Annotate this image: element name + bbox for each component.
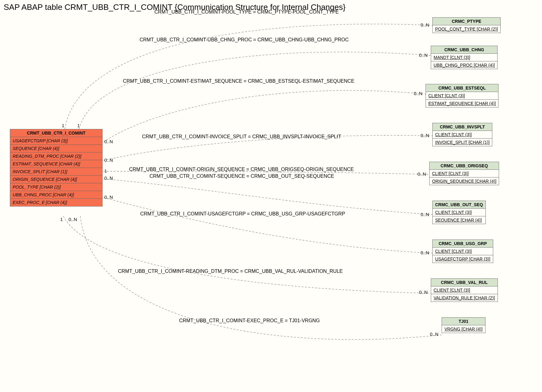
target-table: CRMC_UBB_ESTSEQL CLIENT [CLNT (3)] ESTIM… — [426, 84, 498, 107]
target-field: SEQUENCE [CHAR (4)] — [433, 216, 485, 224]
card-left: 1 — [104, 168, 107, 173]
relation-label: CRMT_UBB_CTR_I_COMINT-ORIGIN_SEQUENCE = … — [129, 167, 354, 172]
target-field: CLIENT [CLNT (3)] — [433, 131, 492, 139]
target-header: CRMC_PTYPE — [433, 18, 500, 25]
target-table: CRMC_UBB_CHNG MANDT [CLNT (3)] UBB_CHNG_… — [431, 46, 498, 69]
card-right: 0..N — [419, 52, 428, 58]
relation-label: CRMT_UBB_CTR_I_COMINT-READING_DTM_PROC =… — [118, 269, 343, 274]
main-field: USAGEFCTGRP [CHAR (3)] — [10, 137, 102, 145]
card-right: 0..N — [418, 171, 426, 177]
card-right: 0..N — [414, 91, 422, 96]
target-field: ORIGIN_SEQUENCE [CHAR (4)] — [430, 177, 499, 185]
main-field: SEQUENCE [CHAR (4)] — [10, 145, 102, 152]
card-left: 1 — [62, 123, 64, 128]
target-field: VALIDATION_RULE [CHAR (2)] — [431, 294, 498, 302]
target-header: CRMC_UBB_VAL_RUL — [431, 279, 498, 286]
card-left: 0..N — [104, 157, 113, 163]
card-left: 1 — [60, 217, 63, 222]
card-right: 0..N — [421, 212, 429, 217]
target-field: INVOICE_SPLIT [CHAR (1)] — [433, 139, 492, 146]
relation-label: CRMT_UBB_CTR_I_COMINT-UBB_CHNG_PROC = CR… — [140, 37, 349, 43]
main-field: ORIGIN_SEQUENCE [CHAR (4)] — [10, 176, 102, 183]
main-field: POOL_TYPE [CHAR (2)] — [10, 183, 102, 191]
target-field: POOL_CONT_TYPE [CHAR (2)] — [433, 25, 500, 33]
target-field: ESTIMAT_SEQUENCE [CHAR (4)] — [426, 100, 498, 107]
card-left: 1 — [77, 123, 80, 128]
card-right: 0..N — [419, 290, 428, 295]
relation-label: CRMT_UBB_CTR_I_COMINT-SEQUENCE = CRMC_UB… — [149, 173, 334, 179]
target-table: CRMC_UBB_INVSPLT CLIENT [CLNT (3)] INVOI… — [432, 123, 492, 146]
target-header: CRMC_UBB_USG_GRP — [433, 240, 493, 248]
target-field: MANDT [CLNT (3)] — [431, 54, 497, 61]
main-field: EXEC_PROC_E [CHAR (4)] — [10, 199, 102, 206]
target-field: CLIENT [CLNT (3)] — [433, 209, 485, 216]
target-header: CRMC_UBB_OUT_SEQ — [433, 201, 485, 209]
main-field: ESTIMAT_SEQUENCE [CHAR (4)] — [10, 160, 102, 168]
target-field: USAGEFCTGRP [CHAR (3)] — [433, 255, 493, 263]
target-field: UBB_CHNG_PROC [CHAR (4)] — [431, 61, 497, 69]
card-left: 0..N — [69, 217, 77, 222]
relation-label: CRMT_UBB_CTR_I_COMINT-USAGEFCTGRP = CRMC… — [140, 211, 345, 217]
target-header: CRMC_UBB_ESTSEQL — [426, 84, 498, 92]
target-header: CRMC_UBB_INVSPLT — [433, 123, 492, 131]
card-right: 0..N — [421, 22, 429, 27]
card-left: 0..N — [104, 175, 113, 181]
relation-label: CRMT_UBB_CTR_I_COMINT-ESTIMAT_SEQUENCE =… — [123, 78, 354, 84]
card-right: 0..N — [430, 332, 439, 337]
target-table: CRMC_UBB_ORIGSEQ CLIENT [CLNT (3)] ORIGI… — [429, 162, 499, 185]
main-field: READING_DTM_PROC [CHAR (2)] — [10, 152, 102, 160]
target-table: CRMC_UBB_USG_GRP CLIENT [CLNT (3)] USAGE… — [432, 240, 493, 263]
card-left: 0..N — [104, 139, 113, 144]
target-table: CRMC_UBB_VAL_RUL CLIENT [CLNT (3)] VALID… — [431, 278, 498, 302]
target-field: CLIENT [CLNT (3)] — [430, 170, 499, 177]
target-field: CLIENT [CLNT (3)] — [433, 248, 493, 255]
card-left: 0..N — [104, 194, 113, 200]
target-table: TJ01 VRGNG [CHAR (4)] — [442, 317, 485, 333]
main-table: CRMT_UBB_CTR_I_COMINT USAGEFCTGRP [CHAR … — [10, 129, 103, 206]
target-header: CRMC_UBB_ORIGSEQ — [430, 162, 499, 170]
target-header: CRMC_UBB_CHNG — [431, 46, 497, 54]
card-right: 0..N — [421, 133, 429, 138]
target-field: VRGNG [CHAR (4)] — [442, 325, 485, 333]
card-right: 0..N — [421, 250, 429, 255]
main-field: INVOICE_SPLIT [CHAR (1)] — [10, 168, 102, 176]
target-table: CRMC_UBB_OUT_SEQ CLIENT [CLNT (3)] SEQUE… — [432, 201, 486, 224]
main-field: UBB_CHNG_PROC [CHAR (4)] — [10, 191, 102, 199]
target-field: CLIENT [CLNT (3)] — [431, 286, 498, 294]
relation-label: CRMT_UBB_CTR_I_COMINT-INVOICE_SPLIT = CR… — [142, 134, 341, 140]
target-table: CRMC_PTYPE POOL_CONT_TYPE [CHAR (2)] — [432, 17, 501, 33]
main-table-header: CRMT_UBB_CTR_I_COMINT — [10, 129, 102, 137]
relation-label: CRMT_UBB_CTR_I_COMINT-EXEC_PROC_E = TJ01… — [179, 318, 320, 323]
relation-label: CRMT_UBB_CTR_I_COMINT-POOL_TYPE = CRMC_P… — [154, 9, 339, 15]
target-field: CLIENT [CLNT (3)] — [426, 92, 498, 100]
target-header: TJ01 — [442, 318, 485, 325]
